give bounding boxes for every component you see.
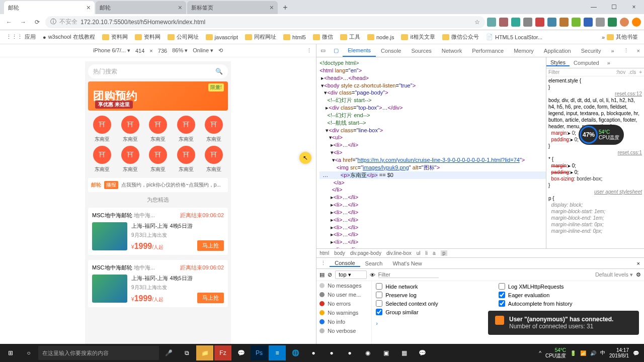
filter-input[interactable]: Filter	[548, 69, 559, 75]
filezilla-icon[interactable]: Fz	[214, 345, 231, 360]
drawer-menu-icon[interactable]: ⋮	[316, 260, 330, 266]
close-icon[interactable]: ×	[270, 4, 274, 12]
notifications-icon[interactable]: 💬	[633, 350, 639, 356]
app-icon[interactable]: ●	[341, 345, 358, 360]
cls-toggle[interactable]: .cls	[628, 69, 636, 75]
ext-icon[interactable]	[487, 18, 496, 27]
profile-icon[interactable]	[632, 18, 641, 27]
sidebar-messages[interactable]: No messages	[316, 281, 371, 290]
buy-button[interactable]: 马上抢	[197, 293, 224, 303]
ext-icon[interactable]	[535, 18, 544, 27]
bookmark[interactable]: 公司网址	[165, 32, 202, 42]
ext-icon[interactable]	[584, 18, 593, 27]
ext-icon[interactable]	[608, 18, 617, 27]
drawer-tab-whatsnew[interactable]: What's New	[387, 260, 427, 266]
eye-icon[interactable]: 👁	[370, 272, 375, 278]
check-hide-network[interactable]: Hide network	[376, 283, 438, 290]
rotate-icon[interactable]: ⟲	[218, 47, 223, 54]
category-item[interactable]: ⛩东南亚	[116, 116, 144, 143]
filter-input[interactable]	[378, 272, 439, 278]
devtools-menu-icon[interactable]: ⋮	[619, 47, 633, 54]
tab-more[interactable]: »	[606, 44, 619, 57]
app-icon[interactable]: ●	[323, 345, 340, 360]
category-item[interactable]: ⛩东南亚	[200, 116, 228, 143]
check-preserve-log[interactable]: Preserve log	[376, 292, 438, 298]
close-icon[interactable]: ×	[178, 4, 182, 12]
sidebar-errors[interactable]: No errors	[316, 299, 371, 308]
check-group-similar[interactable]: Group similar	[376, 309, 438, 315]
cpu-widget[interactable]: 47% 54°C CPU温度	[579, 125, 624, 145]
bookmark[interactable]: 微信公众号	[439, 32, 482, 42]
ext-icon[interactable]	[523, 18, 532, 27]
gear-icon[interactable]: ⚙	[636, 272, 641, 278]
app-icon[interactable]: ●	[305, 345, 322, 360]
tab-computed[interactable]: Computed	[570, 60, 603, 66]
check-eager-eval[interactable]: Eager evaluation	[499, 292, 573, 298]
bookmark[interactable]: 同程网址	[242, 32, 279, 42]
category-item[interactable]: ⛩东南亚	[88, 146, 116, 173]
add-rule-icon[interactable]: +	[639, 69, 642, 75]
bookmark[interactable]: 资料网	[132, 32, 164, 42]
category-item[interactable]: ⛩东南亚	[172, 116, 200, 143]
explorer-icon[interactable]: 📁	[196, 345, 213, 360]
wechat-icon[interactable]: 💬	[414, 345, 431, 360]
sidebar-warnings[interactable]: No warnings	[316, 308, 371, 317]
hov-toggle[interactable]: :hov	[616, 69, 625, 75]
app-icon[interactable]: 💬	[232, 345, 250, 360]
battery-icon[interactable]: 🔋	[570, 350, 576, 356]
zoom-select[interactable]: 86% ▾	[172, 47, 188, 54]
avatar[interactable]	[620, 18, 629, 27]
bookmark[interactable]: 工具	[337, 32, 363, 42]
chrome-icon[interactable]: ◉	[359, 345, 376, 360]
tab-console[interactable]: Console	[376, 44, 406, 57]
product-card[interactable]: MSC地中海邮轮 地中海... 距离结束09:06:02 上海-福冈-上海 4晚…	[88, 260, 228, 307]
tab-security[interactable]: Security	[576, 44, 606, 57]
tab-3[interactable]: 新标签页×	[187, 1, 278, 14]
category-item[interactable]: ⛩东南亚	[172, 146, 200, 173]
bookmark[interactable]: 资料网	[99, 32, 131, 42]
ext-icon[interactable]	[559, 18, 569, 27]
taskbar-search[interactable]: 在这里输入你要搜索的内容	[38, 346, 159, 360]
url-input[interactable]: ⓘ 不安全 172.20.10.7:5500/test/h5Homework/i…	[45, 16, 485, 28]
drawer-tab-console[interactable]: Console	[330, 260, 360, 267]
bookmark[interactable]: ● w3school 在线教程	[40, 32, 98, 42]
search-icon[interactable]: 🔍	[215, 68, 223, 75]
start-button[interactable]: ⊞	[2, 345, 19, 360]
close-button[interactable]: ×	[624, 0, 644, 14]
device-width[interactable]: 414	[135, 48, 144, 54]
styles-body[interactable]: element.style { } reset.css:12 body, div…	[546, 76, 644, 248]
terminal-icon[interactable]: ▣	[377, 345, 394, 360]
drawer-tab-search[interactable]: Search	[360, 260, 388, 266]
close-icon[interactable]: ×	[87, 4, 91, 12]
edge-icon[interactable]: 🌐	[287, 345, 304, 360]
dom-tree[interactable]: <!doctype html> <html lang="en"> ▸<head>…	[316, 57, 546, 248]
bookmark[interactable]: javascript	[203, 33, 241, 41]
cortana-icon[interactable]: ○	[20, 345, 37, 360]
ext-icon[interactable]	[511, 18, 520, 27]
app-icon[interactable]: ▦	[395, 345, 413, 360]
ext-icon[interactable]	[596, 18, 605, 27]
category-item[interactable]: ⛩东南亚	[144, 116, 172, 143]
maximize-button[interactable]: ☐	[604, 0, 624, 14]
search-input[interactable]: 热门搜索 🔍	[88, 64, 228, 78]
context-select[interactable]: top ▾	[335, 270, 366, 279]
category-item[interactable]: ⛩东南亚	[200, 146, 228, 173]
promo-bar[interactable]: 邮轮 播报 点我预约，pick你心仪的价格~点我预约，p...	[88, 178, 228, 192]
tab-performance[interactable]: Performance	[467, 44, 509, 57]
ext-icon[interactable]	[547, 18, 556, 27]
new-tab-button[interactable]: +	[279, 1, 292, 14]
check-log-xhr[interactable]: Log XMLHttpRequests	[499, 283, 573, 290]
category-item[interactable]: ⛩东南亚	[88, 116, 116, 143]
tab-2[interactable]: 邮轮×	[96, 1, 186, 14]
forward-button[interactable]: →	[17, 16, 29, 28]
inspect-icon[interactable]: ▭	[316, 47, 330, 54]
sidebar-verbose[interactable]: No verbose	[316, 326, 371, 335]
clear-icon[interactable]: ⊘	[328, 272, 332, 278]
buy-button[interactable]: 马上抢	[197, 240, 224, 251]
device-height[interactable]: 736	[158, 48, 167, 54]
back-button[interactable]: ←	[3, 16, 15, 28]
category-item[interactable]: ⛩东南亚	[144, 146, 172, 173]
tab-elements[interactable]: Elements	[343, 44, 376, 57]
device-mode-icon[interactable]: ▢	[330, 47, 343, 54]
tab-sources[interactable]: Sources	[406, 44, 436, 57]
